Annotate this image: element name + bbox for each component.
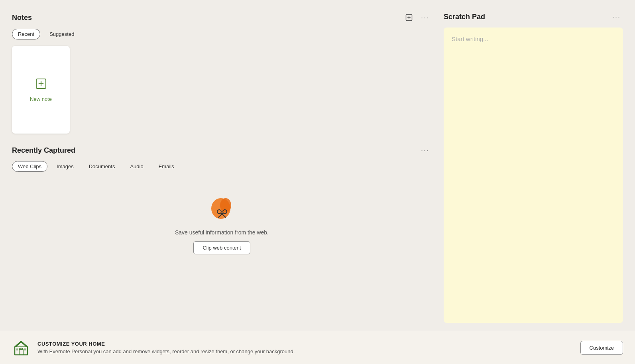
captured-header: Recently Captured ··· [12, 146, 432, 155]
footer-text-block: CUSTOMIZE YOUR HOME With Evernote Person… [37, 341, 295, 354]
notes-section: Notes ··· Recent Suggested [12, 12, 432, 134]
svg-rect-16 [24, 348, 26, 350]
new-note-card[interactable]: New note [12, 46, 70, 134]
scratch-pad-placeholder: Start writing... [452, 35, 488, 42]
captured-tabs: Web Clips Images Documents Audio Emails [12, 161, 432, 172]
notes-grid: New note [12, 46, 432, 134]
notes-create-icon-button[interactable] [403, 12, 415, 23]
scratch-pad-title: Scratch Pad [444, 13, 485, 21]
clip-web-content-button[interactable]: Clip web content [193, 241, 250, 254]
new-note-icon [35, 77, 47, 93]
new-note-svg-icon [35, 77, 47, 90]
notes-tab-suggested[interactable]: Suggested [43, 29, 80, 39]
svg-rect-15 [16, 348, 18, 350]
notes-title: Notes [12, 14, 32, 22]
svg-point-7 [220, 198, 231, 212]
left-panel: Notes ··· Recent Suggested [12, 12, 432, 323]
footer-banner: CUSTOMIZE YOUR HOME With Evernote Person… [0, 331, 635, 364]
notes-more-button[interactable]: ··· [419, 13, 432, 23]
svg-rect-14 [19, 349, 23, 355]
captured-tab-documents[interactable]: Documents [83, 161, 121, 172]
recently-captured-section: Recently Captured ··· Web Clips Images D… [12, 146, 432, 278]
note-create-icon [405, 14, 413, 22]
captured-tab-emails[interactable]: Emails [153, 161, 180, 172]
footer-title: CUSTOMIZE YOUR HOME [37, 341, 295, 347]
captured-tab-audio[interactable]: Audio [124, 161, 149, 172]
home-icon-wrapper [12, 338, 30, 357]
web-clips-empty-state: Save useful information from the web. Cl… [12, 180, 432, 278]
notes-header: Notes ··· [12, 12, 432, 23]
home-icon [12, 339, 30, 356]
captured-tab-web-clips[interactable]: Web Clips [12, 161, 47, 172]
captured-title: Recently Captured [12, 146, 75, 155]
captured-tab-images[interactable]: Images [51, 161, 80, 172]
customize-button[interactable]: Customize [580, 341, 623, 355]
footer-description: With Evernote Personal you can add and r… [37, 348, 295, 354]
captured-more-button[interactable]: ··· [419, 146, 432, 155]
notes-tab-recent[interactable]: Recent [12, 29, 40, 39]
web-clip-illustration-icon [208, 196, 236, 224]
clip-icon-wrapper [208, 196, 236, 224]
empty-state-text: Save useful information from the web. [175, 229, 269, 236]
scratch-pad-header: Scratch Pad ··· [444, 12, 623, 22]
footer-left: CUSTOMIZE YOUR HOME With Evernote Person… [12, 338, 295, 357]
scratch-pad-panel: Scratch Pad ··· Start writing... [444, 12, 623, 323]
scratch-pad-area[interactable]: Start writing... [444, 28, 623, 323]
scratch-pad-more-button[interactable]: ··· [610, 12, 623, 22]
notes-tabs: Recent Suggested [12, 29, 432, 39]
notes-header-actions: ··· [403, 12, 432, 23]
new-note-label: New note [30, 96, 52, 102]
